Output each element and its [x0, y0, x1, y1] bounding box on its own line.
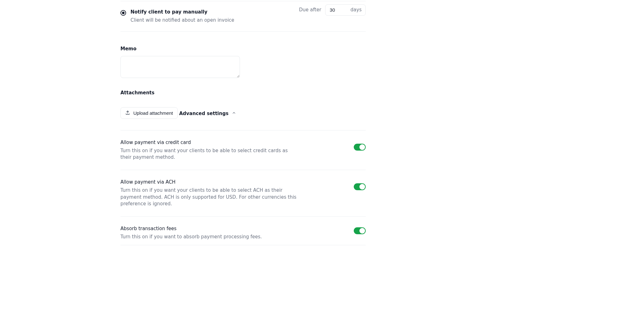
- due-after-input-wrap: days: [325, 4, 366, 16]
- upload-attachment-button[interactable]: Upload attachment: [120, 107, 178, 119]
- setting-desc: Turn this on if you want your clients to…: [120, 187, 297, 208]
- memo-textarea[interactable]: [120, 56, 240, 78]
- advanced-settings-label: Advanced settings: [179, 110, 229, 117]
- radio-selected-icon[interactable]: [120, 10, 126, 16]
- due-after-input[interactable]: [329, 7, 342, 13]
- toggle-absorb-fees[interactable]: [354, 227, 366, 234]
- setting-title: Allow payment via credit card: [120, 139, 297, 146]
- setting-ach: Allow payment via ACH Turn this on if yo…: [120, 170, 366, 216]
- setting-desc: Turn this on if you want to absorb payme…: [120, 234, 262, 241]
- toggle-ach[interactable]: [354, 183, 366, 190]
- payment-option-notify[interactable]: Notify client to pay manually Client wil…: [120, 1, 234, 31]
- setting-credit-card: Allow payment via credit card Turn this …: [120, 130, 366, 170]
- toggle-credit-card[interactable]: [354, 144, 366, 151]
- setting-desc: Turn this on if you want your clients to…: [120, 147, 297, 161]
- memo-label: Memo: [120, 46, 366, 53]
- payment-option-subtitle: Client will be notified about an open in…: [130, 17, 234, 24]
- chevron-up-icon: [232, 110, 236, 117]
- upload-attachment-label: Upload attachment: [133, 110, 173, 116]
- setting-title: Absorb transaction fees: [120, 225, 262, 232]
- payment-option-title: Notify client to pay manually: [130, 9, 234, 16]
- due-after-unit: days: [351, 7, 362, 14]
- setting-title: Allow payment via ACH: [120, 179, 297, 186]
- advanced-settings-toggle[interactable]: Advanced settings: [179, 110, 236, 117]
- divider: [120, 245, 366, 245]
- due-after-control: Due after days: [299, 4, 366, 16]
- due-after-label: Due after: [299, 7, 321, 14]
- attachments-label: Attachments: [120, 90, 366, 97]
- divider: [120, 31, 366, 32]
- setting-absorb-fees: Absorb transaction fees Turn this on if …: [120, 217, 366, 245]
- upload-icon: [125, 110, 130, 116]
